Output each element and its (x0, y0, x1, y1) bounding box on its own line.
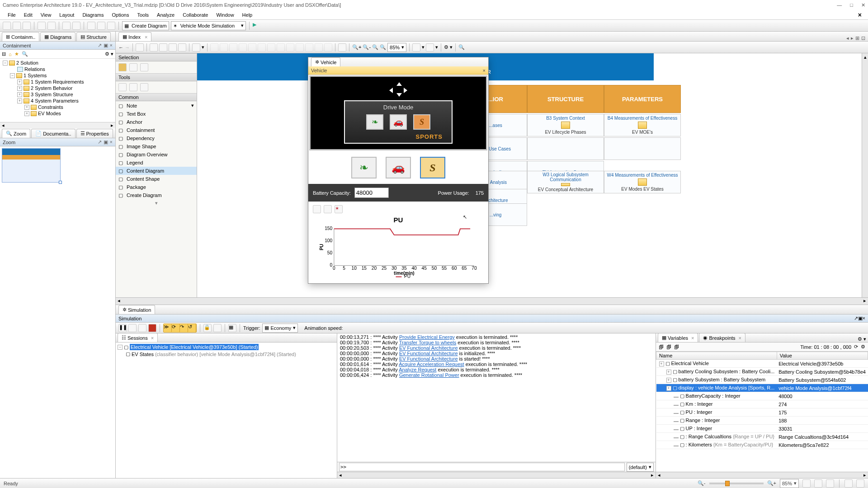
variables-table[interactable]: NameValue + ▢ Electrical VehicleElectric… (656, 352, 868, 472)
variable-row[interactable]: + ▢ Electrical VehicleElectrical Vehicle… (656, 360, 868, 368)
variable-row[interactable]: + ▢ battery Cooling Subsystem : Battery … (656, 368, 868, 376)
tree-node[interactable]: Relations (1, 66, 114, 72)
session-row[interactable]: − ▢ Electrical Vehicle [Electrical Vehic… (117, 343, 336, 351)
diagram-canvas[interactable]: PILLAR ...IORSTRUCTUREPARAMETERS ...ases… (197, 53, 862, 297)
menu-view[interactable]: View (37, 11, 56, 19)
gear-icon[interactable]: ⚙ (861, 344, 865, 350)
tool-new-icon[interactable] (3, 22, 11, 30)
sim-step-icon[interactable]: ≫ (164, 324, 172, 332)
tool-nav2-icon[interactable] (47, 22, 56, 30)
forward-icon[interactable]: → (125, 45, 130, 50)
matrix-cell[interactable]: W3 Logical Subsystem CommunicationEV Con… (527, 171, 604, 193)
session-row[interactable]: ▢ EV States(classifier behavior) [vehicl… (117, 351, 336, 357)
zoom-combo[interactable]: 85% ▾ (387, 43, 406, 52)
matrix-cell[interactable]: W4 Measurements of EffectivenessEV Modes… (604, 171, 681, 193)
zoom-in-icon[interactable]: 🔍+ (352, 44, 361, 50)
tree-home-icon[interactable]: ⌂ (9, 52, 12, 57)
tab-containment[interactable]: ⊞ Containm.. (2, 32, 39, 41)
tab-structure[interactable]: ▤ Structure (76, 32, 111, 41)
palette-item[interactable]: ▢Content Diagram (116, 167, 197, 175)
panel-gear-icon[interactable]: ⚙ ▾ (858, 336, 866, 342)
palette-item[interactable]: ▢Content Shape (116, 175, 197, 183)
gear-icon[interactable]: ⚙ (444, 44, 448, 50)
status-zoom-out-icon[interactable]: 🔍- (698, 480, 706, 486)
console-output[interactable]: 00:00:13,271 : **** Activity Provide Ele… (337, 333, 656, 462)
menu-edit[interactable]: Edit (20, 11, 37, 19)
tree-search-icon[interactable]: 🔍 (22, 51, 28, 57)
sim-lock-icon[interactable]: 🔒 (203, 324, 212, 332)
mode-combo[interactable]: ✶Vehicle Mode Simulation▾ (171, 21, 246, 30)
matrix-cell[interactable]: B4 Measurements of EffectivenessEV MOE's (604, 114, 681, 136)
tab-zoom[interactable]: 🔍 Zoom (2, 129, 30, 138)
sim-stop-icon[interactable] (148, 324, 156, 332)
menu-options[interactable]: Options (108, 11, 133, 19)
tree-node[interactable]: +1 System Requirements (1, 79, 114, 85)
menu-window[interactable]: Window (212, 11, 238, 19)
palette-item[interactable]: ▢Package (116, 183, 197, 191)
tree-node[interactable]: −2 Solution (1, 60, 114, 66)
tab-close-icon[interactable]: × (145, 34, 147, 40)
tab-breakpoints[interactable]: ◉ Breakpoints × (699, 333, 745, 342)
mdi-close-icon[interactable]: × (855, 11, 864, 19)
console-input[interactable] (339, 463, 625, 471)
variable-row[interactable]: ▢ Range : Integer188 (656, 417, 868, 425)
diagram-tab-index[interactable]: ▦ Index × (118, 32, 151, 41)
panel-pin-icon[interactable]: ▣ (104, 42, 108, 48)
sport-button[interactable]: S (420, 157, 445, 178)
zoom-fit-icon[interactable]: 🔍 (372, 44, 378, 50)
vehicle-close-icon[interactable]: × (483, 68, 486, 73)
tree-node[interactable]: +3 System Structure (1, 91, 114, 98)
sim-pause-icon[interactable]: ❚❚ (118, 324, 127, 332)
tool-save-icon[interactable] (23, 22, 31, 30)
menu-help[interactable]: Help (238, 11, 257, 19)
variable-row[interactable]: ▢ : Kilometers {Km = BatteryCapacity/PU}… (656, 441, 868, 449)
variable-row[interactable]: ▢ Km : Integer274 (656, 400, 868, 408)
matrix-cell[interactable] (604, 137, 681, 160)
dpad-icon[interactable] (389, 82, 407, 97)
palette-item[interactable]: ▢Legend (116, 159, 197, 167)
tab-documentation[interactable]: 📄 Documenta.. (31, 129, 75, 138)
create-diagram-button[interactable]: ▦Create Diagram (122, 21, 169, 30)
tree-star-icon[interactable]: ★ (14, 51, 19, 57)
menu-tools[interactable]: Tools (133, 11, 153, 19)
tool-nav-icon[interactable] (38, 22, 46, 30)
vehicle-window[interactable]: ✲ Vehicle Vehicle× Drive Mode ❧ (308, 57, 489, 284)
palette-item[interactable]: ▢Dependency (116, 134, 197, 142)
trigger-combo[interactable]: ▦ Economy ▾ (262, 324, 298, 333)
tree-node[interactable]: +2 System Behavior (1, 85, 114, 91)
tool-cut-icon[interactable] (87, 22, 95, 30)
palette-item[interactable]: ▢Anchor (116, 118, 197, 126)
palette-item[interactable]: ▢Containment (116, 126, 197, 134)
palette-item[interactable]: ▢Create Diagram (116, 191, 197, 199)
normal-button[interactable]: 🚗 (386, 157, 411, 178)
zoom-panel[interactable] (0, 146, 115, 478)
battery-input[interactable] (354, 188, 389, 198)
variable-row[interactable]: ▢ : Range Calcualtions {Range = UP / PU}… (656, 433, 868, 441)
menu-analyze[interactable]: Analyze (153, 11, 179, 19)
refresh-icon[interactable]: ⟳ (854, 344, 858, 350)
variable-row[interactable]: + ▢ display : vehicle Mode Analysis [Spo… (656, 384, 868, 392)
matrix-cell[interactable]: B3 System ContextEV Lifecycle Phases (527, 114, 604, 136)
tool-copy-icon[interactable] (97, 22, 105, 30)
tab-simulation[interactable]: ✲ Simulation (118, 305, 155, 314)
palette-item[interactable]: ▢Diagram Overview (116, 150, 197, 159)
tree-node[interactable]: +4 System Parameters (1, 98, 114, 104)
zoom-100-icon[interactable]: 🔍 (380, 44, 386, 50)
panel-expand-icon[interactable]: ↗ (98, 42, 102, 48)
variable-row[interactable]: ▢ PU : Integer175 (656, 408, 868, 417)
tab-variables[interactable]: ▦ Variables × (658, 333, 698, 342)
tree-node[interactable]: +Constraints (1, 104, 114, 110)
search-icon[interactable]: 🔍 (458, 44, 465, 50)
zoom-out-icon[interactable]: 🔍- (363, 44, 371, 50)
status-zoom-in-icon[interactable]: 🔍+ (767, 480, 776, 486)
tab-properties[interactable]: ☰ Properties (76, 129, 113, 138)
variable-row[interactable]: + ▢ battery Subsystem : Battery Subsyste… (656, 376, 868, 384)
panel-close-icon[interactable]: × (110, 42, 113, 48)
sessions-tree[interactable]: − ▢ Electrical Vehicle [Electrical Vehic… (116, 343, 337, 478)
menu-file[interactable]: File (4, 11, 20, 19)
eco-button[interactable]: ❧ (351, 157, 377, 178)
console-scope-combo[interactable]: (default) ▾ (627, 463, 654, 472)
select-arrow-icon[interactable] (118, 63, 127, 71)
status-zoom-combo[interactable]: 85% ▾ (780, 479, 799, 488)
palette-item[interactable]: ▢Text Box (116, 110, 197, 118)
